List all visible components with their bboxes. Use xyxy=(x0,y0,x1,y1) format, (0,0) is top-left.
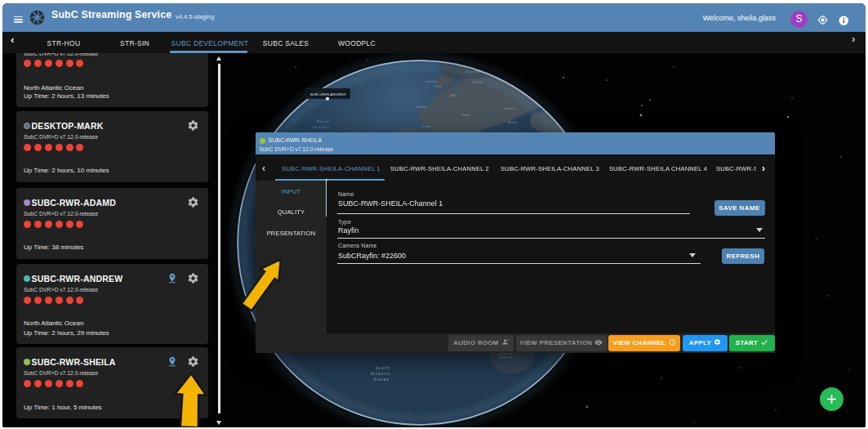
svg-text:Istanbul: Istanbul xyxy=(504,107,514,110)
svg-text:North: North xyxy=(316,119,330,123)
svg-text:Moscow: Moscow xyxy=(563,73,575,76)
svg-text:SUBC-RWR-ANDREW: SUBC-RWR-ANDREW xyxy=(309,92,346,96)
svg-text:South: South xyxy=(376,366,390,370)
svg-text:Kyiv: Kyiv xyxy=(537,87,543,91)
svg-text:Madrid: Madrid xyxy=(416,105,426,109)
svg-text:Ocean: Ocean xyxy=(374,378,390,382)
svg-text:Sevilla: Sevilla xyxy=(421,125,431,128)
svg-text:Atlantic: Atlantic xyxy=(371,372,391,376)
svg-text:AFRICA: AFRICA xyxy=(500,356,513,360)
svg-text:Athens: Athens xyxy=(508,121,518,124)
svg-text:Roma: Roma xyxy=(462,114,471,117)
svg-text:London: London xyxy=(426,80,437,83)
svg-text:Atlantic: Atlantic xyxy=(311,125,330,129)
svg-text:Paris: Paris xyxy=(434,85,442,88)
svg-text:Milan: Milan xyxy=(450,94,457,97)
